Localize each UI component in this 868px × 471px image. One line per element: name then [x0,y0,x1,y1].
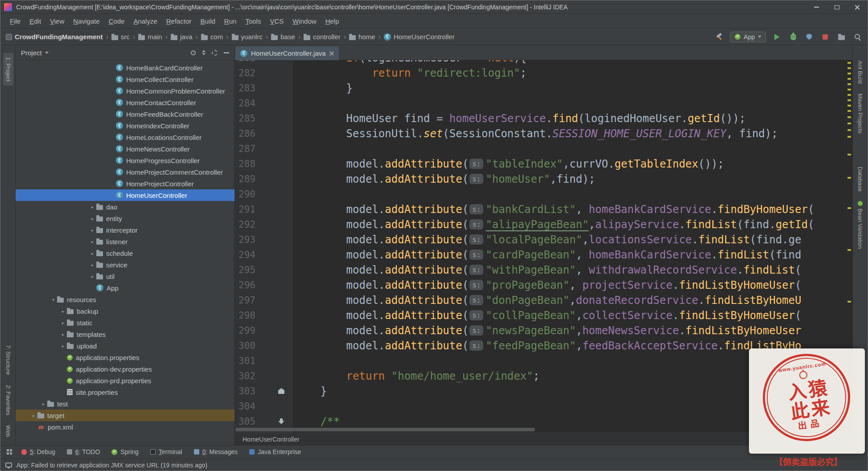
line-number[interactable]: 300 [234,338,259,353]
menu-tools[interactable]: Tools [241,16,265,27]
menu-refactor[interactable]: Refactor [162,16,196,27]
maximize-button[interactable] [827,0,847,14]
toolwindow-tab-maven-projects[interactable]: Maven Projects [855,90,865,138]
stop-button[interactable] [820,32,830,42]
horizontal-scrollbar[interactable] [235,428,535,431]
toolwindow-tab-web[interactable]: Web [3,421,13,441]
run-button[interactable] [772,32,782,42]
line-number[interactable]: 299 [234,323,259,338]
toolwindow-tab-2-favorites[interactable]: 2: Favorites [3,381,13,419]
code-line-288[interactable]: 288 model.addAttribute(s:"tableIndex",cu… [234,156,852,172]
code-line-299[interactable]: 299 model.addAttribute(s:"newsPageBean",… [234,323,852,338]
line-number[interactable]: 292 [234,217,259,232]
hide-panel-icon[interactable] [224,52,229,53]
code-line-296[interactable]: 296 model.addAttribute(s:"proPageBean", … [234,278,852,293]
code-line-287[interactable]: 287 [234,141,852,156]
menu-view[interactable]: View [46,16,68,27]
menu-window[interactable]: Window [288,16,320,27]
line-number[interactable]: 288 [234,156,259,172]
code-line-294[interactable]: 294 model.addAttribute(s:"cardPageBean",… [234,247,852,262]
tree-item-homebankcardcontroller[interactable]: HomeBankCardController [16,62,234,74]
menu-file[interactable]: File [6,16,25,27]
line-number[interactable]: 297 [234,293,259,308]
code-line-286[interactable]: 286 SessionUtil.set(SessionConstant.SESS… [234,126,852,141]
sort-icon[interactable] [202,50,206,55]
breadcrumb-src[interactable]: src [111,33,130,41]
scrollbar-thumb[interactable] [235,428,535,431]
code-line-293[interactable]: 293 model.addAttribute(s:"localPageBean"… [234,232,852,247]
code-line-295[interactable]: 295 model.addAttribute(s:"withPageBean",… [234,262,852,278]
line-number[interactable]: 294 [234,247,259,262]
tree-item-pom-xml[interactable]: pom.xml [16,421,234,433]
tree-item-homeindexcontroller[interactable]: HomeIndexController [16,120,234,131]
code-line-285[interactable]: 285 HomeUser find = homeUserService.find… [234,111,852,126]
tree-item-homecollectcontroller[interactable]: HomeCollectController [16,74,234,85]
line-number[interactable]: 283 [234,81,259,96]
tree-item-homeusercontroller[interactable]: HomeUserController [16,189,234,201]
line-number[interactable]: 282 [234,66,259,81]
toolwindow-tab-7-structure[interactable]: 7: Structure [3,341,13,379]
tree-item-homeprojectcontroller[interactable]: HomeProjectController [16,178,234,189]
line-number[interactable]: 284 [234,96,259,111]
tree-item-entity[interactable]: ▸entity [16,213,234,224]
line-number[interactable]: 291 [234,202,259,217]
tree-item-interceptor[interactable]: ▸interceptor [16,224,234,236]
tree-item-target[interactable]: ▸target [16,410,234,421]
code-line-297[interactable]: 297 model.addAttribute(s:"donPageBean",d… [234,293,852,308]
line-number[interactable]: 301 [234,353,259,369]
toolwindow-button-java-enterprise[interactable]: Java Enterprise [245,447,305,457]
menu-navigate[interactable]: Navigate [69,16,103,27]
editor-breadcrumb[interactable]: HomeUserController [243,436,300,443]
toolwindow-button-0-messages[interactable]: 0: Messages [189,447,242,457]
tree-item-application-dev-properties[interactable]: application-dev.properties [16,363,234,375]
tree-item-backup[interactable]: ▸backup [16,305,234,317]
tree-item-schedule[interactable]: ▸schedule [16,247,234,259]
line-number[interactable]: 302 [234,369,259,384]
tree-item-dao[interactable]: ▸dao [16,201,234,213]
line-number[interactable]: 304 [234,399,259,414]
line-number[interactable]: 286 [234,126,259,141]
tree-item-homecommonproblemcontroller[interactable]: HomeCommonProblemController [16,85,234,97]
tree-item-application-properties[interactable]: application.properties [16,352,234,363]
tree-item-service[interactable]: ▸service [16,259,234,270]
tree-item-resources[interactable]: ▾resources [16,294,234,305]
tree-item-upload[interactable]: ▸upload [16,340,234,352]
code-line-291[interactable]: 291 model.addAttribute(s:"bankCardList",… [234,202,852,217]
tree-item-site-properties[interactable]: site.properties [16,386,234,398]
tree-item-homenewscontroller[interactable]: HomeNewsController [16,143,234,155]
line-number[interactable]: 289 [234,172,259,187]
project-folder-button[interactable] [836,32,846,42]
coverage-button[interactable] [804,32,814,42]
code-line-284[interactable]: 284 [234,96,852,111]
toolwindow-button-terminal[interactable]: Terminal [146,447,187,457]
tree-item-app[interactable]: App [16,282,234,294]
breadcrumb-main[interactable]: main [138,33,162,41]
menu-code[interactable]: Code [105,16,129,27]
editor-tab-homeusercontroller[interactable]: HomeUserController.java [235,46,339,60]
breadcrumb-base[interactable]: base [271,33,295,41]
tree-item-test[interactable]: ▸test [16,398,234,410]
menu-analyze[interactable]: Analyze [129,16,161,27]
fold-marker-icon[interactable] [278,418,284,424]
toolwindow-button-6-todo[interactable]: 6: TODO [62,447,105,457]
code-line-289[interactable]: 289 model.addAttribute(s:"homeUser",find… [234,172,852,187]
line-number[interactable]: 285 [234,111,259,126]
menu-run[interactable]: Run [220,16,241,27]
tree-item-listener[interactable]: ▸listener [16,236,234,247]
code-line-292[interactable]: 292 model.addAttribute(s:"alipayPageBean… [234,217,852,232]
tree-item-homefeedbackcontroller[interactable]: HomeFeedBackController [16,108,234,120]
line-number[interactable]: 281 [234,60,259,66]
line-number[interactable]: 305 [234,414,259,429]
code-line-281[interactable]: 281 if(loginedHomeUser == null){ [234,60,852,66]
tree-item-homecontactcontroller[interactable]: HomeContactController [16,97,234,108]
breadcrumb-home[interactable]: home [349,33,375,41]
line-number[interactable]: 298 [234,308,259,323]
debug-button[interactable] [788,32,798,42]
line-number[interactable]: 293 [234,232,259,247]
code-line-282[interactable]: 282 return "redirect:login"; [234,66,852,81]
toolwindow-tab-database[interactable]: Database [855,163,865,196]
menu-build[interactable]: Build [196,16,219,27]
toolwindow-tab-bean-validation[interactable]: Bean Validation [855,197,865,253]
close-tab-icon[interactable] [329,51,334,56]
line-number[interactable]: 295 [234,262,259,278]
